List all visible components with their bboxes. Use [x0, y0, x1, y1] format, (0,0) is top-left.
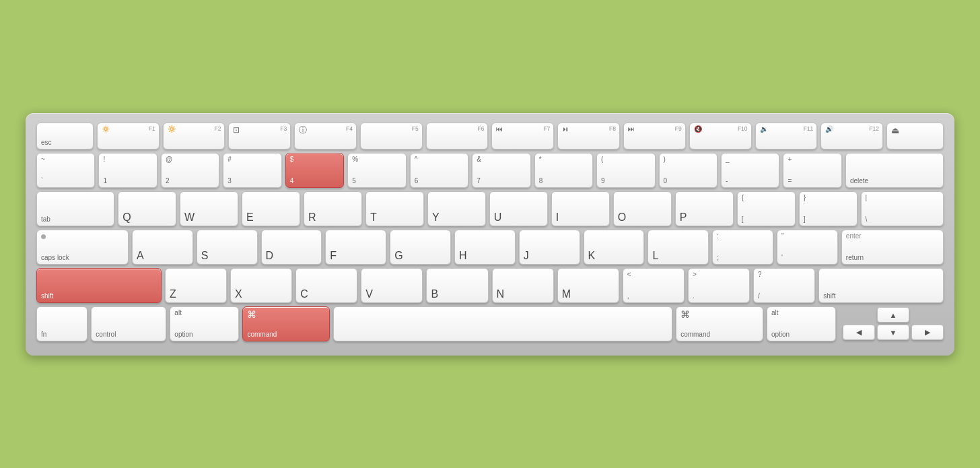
key-arrow-left[interactable]: ◀	[843, 325, 875, 340]
key-comma[interactable]: < ,	[623, 268, 685, 303]
key-m[interactable]: M	[557, 268, 619, 303]
key-bracket-right[interactable]: } ]	[799, 191, 858, 226]
key-l[interactable]: L	[648, 230, 709, 265]
function-row: esc 🔅 F1 🔆 F2 ⊡ F3 ⓘ F4 F5 F6 ⏮ F7 ⏯	[36, 123, 944, 149]
key-f10[interactable]: 🔇 F10	[689, 123, 752, 149]
key-5[interactable]: % 5	[347, 153, 406, 188]
key-caps-lock[interactable]: caps lock	[36, 230, 129, 265]
key-arrow-up[interactable]: ▲	[877, 307, 909, 323]
key-4[interactable]: $ 4	[285, 153, 344, 188]
key-j[interactable]: J	[519, 230, 580, 265]
key-f6[interactable]: F6	[426, 123, 489, 149]
key-f12[interactable]: 🔊 F12	[820, 123, 883, 149]
key-d[interactable]: D	[261, 230, 322, 265]
key-f7[interactable]: ⏮ F7	[491, 123, 554, 149]
key-f2[interactable]: 🔆 F2	[163, 123, 225, 149]
asdf-row: caps lock A S D F G H J K L : ;	[36, 230, 944, 265]
key-g[interactable]: G	[390, 230, 451, 265]
key-f11[interactable]: 🔉 F11	[755, 123, 818, 149]
key-arrow-down[interactable]: ▼	[877, 325, 909, 340]
key-n[interactable]: N	[492, 268, 554, 303]
key-u[interactable]: U	[489, 191, 548, 226]
number-row: ~ ` ! 1 @ 2 # 3 $ 4 % 5 ^ 6 & 7	[36, 153, 944, 188]
caps-lock-indicator	[41, 234, 46, 239]
key-w[interactable]: W	[180, 191, 238, 226]
key-2[interactable]: @ 2	[161, 153, 219, 188]
key-tilde[interactable]: ~ `	[36, 153, 95, 188]
key-x[interactable]: X	[230, 268, 292, 303]
key-9[interactable]: ( 9	[596, 153, 655, 188]
key-slash[interactable]: ? /	[753, 268, 815, 303]
zxcv-row: shift Z X C V B N M < , > .	[36, 268, 944, 303]
key-command-right[interactable]: ⌘ command	[676, 306, 763, 341]
key-semicolon[interactable]: : ;	[712, 230, 773, 265]
key-enter[interactable]: enter return	[841, 230, 944, 265]
key-space[interactable]	[333, 306, 672, 341]
key-control[interactable]: control	[91, 306, 166, 341]
key-option-right[interactable]: alt option	[767, 306, 836, 341]
key-k[interactable]: K	[584, 230, 645, 265]
key-period[interactable]: > .	[688, 268, 750, 303]
key-f8[interactable]: ⏯ F8	[557, 123, 620, 149]
key-1[interactable]: ! 1	[98, 153, 157, 188]
key-v[interactable]: V	[361, 268, 423, 303]
key-r[interactable]: R	[304, 191, 362, 226]
key-bracket-left[interactable]: { [	[737, 191, 796, 226]
key-h[interactable]: H	[454, 230, 516, 265]
key-f5[interactable]: F5	[360, 123, 423, 149]
key-y[interactable]: Y	[427, 191, 486, 226]
key-c[interactable]: C	[295, 268, 357, 303]
key-f[interactable]: F	[325, 230, 386, 265]
key-f9[interactable]: ⏭ F9	[623, 123, 686, 149]
key-delete[interactable]: delete	[845, 153, 944, 188]
key-p[interactable]: P	[675, 191, 734, 226]
key-0[interactable]: ) 0	[659, 153, 718, 188]
key-f3[interactable]: ⊡ F3	[228, 123, 291, 149]
key-backslash[interactable]: | \	[861, 191, 944, 226]
key-equals[interactable]: + =	[783, 153, 841, 188]
key-f1[interactable]: 🔅 F1	[97, 123, 160, 149]
bottom-row: fn control alt option ⌘ command ⌘ comman…	[36, 306, 944, 341]
key-arrow-right[interactable]: ▶	[911, 325, 944, 340]
key-tab[interactable]: tab	[36, 191, 114, 226]
key-7[interactable]: & 7	[472, 153, 530, 188]
qwerty-row: tab Q W E R T Y U I O P	[36, 191, 944, 226]
key-3[interactable]: # 3	[223, 153, 281, 188]
key-i[interactable]: I	[551, 191, 610, 226]
key-6[interactable]: ^ 6	[410, 153, 468, 188]
key-e[interactable]: E	[242, 191, 300, 226]
key-z[interactable]: Z	[165, 268, 227, 303]
key-eject[interactable]: ⏏	[886, 123, 944, 149]
key-s[interactable]: S	[197, 230, 258, 265]
key-shift-left[interactable]: shift	[36, 268, 162, 303]
key-f4[interactable]: ⓘ F4	[294, 123, 357, 149]
key-a[interactable]: A	[132, 230, 193, 265]
arrow-keys-group: ▲ ◀ ▼ ▶	[843, 307, 944, 340]
key-quote[interactable]: " '	[777, 230, 838, 265]
key-command-left[interactable]: ⌘ command	[242, 306, 330, 341]
keyboard: esc 🔅 F1 🔆 F2 ⊡ F3 ⓘ F4 F5 F6 ⏮ F7 ⏯	[26, 113, 954, 356]
key-q[interactable]: Q	[118, 191, 176, 226]
key-minus[interactable]: _ -	[721, 153, 779, 188]
key-o[interactable]: O	[613, 191, 672, 226]
key-esc[interactable]: esc	[36, 123, 94, 149]
key-shift-right[interactable]: shift	[818, 268, 944, 303]
key-b[interactable]: B	[426, 268, 488, 303]
key-option-left[interactable]: alt option	[170, 306, 239, 341]
key-t[interactable]: T	[365, 191, 424, 226]
key-8[interactable]: * 8	[534, 153, 593, 188]
key-fn[interactable]: fn	[36, 306, 88, 341]
